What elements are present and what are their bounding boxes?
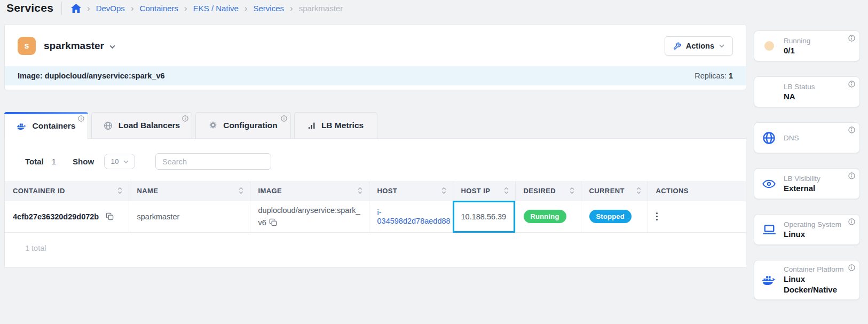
- card-label: Running: [784, 37, 810, 45]
- breadcrumb-link-eks-native[interactable]: EKS / Native: [193, 4, 239, 13]
- status-card-lb-status: LB Status NA: [754, 76, 860, 107]
- cell-host-ip: 10.188.56.39: [453, 201, 515, 232]
- info-icon[interactable]: [848, 35, 855, 42]
- info-icon[interactable]: [848, 218, 855, 225]
- replicas-label: Replicas:1: [695, 72, 733, 80]
- chevron-down-icon: [123, 160, 129, 163]
- tab-load-balancers[interactable]: Load Balancers: [91, 112, 192, 138]
- info-icon[interactable]: [848, 127, 855, 133]
- tab-label: Configuration: [223, 121, 278, 130]
- cell-name: sparkmaster: [129, 201, 250, 232]
- card-value: Linux: [784, 230, 841, 239]
- service-header-card: s sparkmaster Actions Image: duplocloud/…: [4, 24, 746, 90]
- info-icon[interactable]: [281, 115, 287, 122]
- globe-icon: [104, 121, 113, 130]
- tab-label: Containers: [33, 121, 76, 131]
- card-label: Container Platform: [784, 265, 844, 273]
- gear-icon: [209, 121, 217, 130]
- breadcrumb-link-services[interactable]: Services: [253, 4, 284, 13]
- copy-icon[interactable]: [106, 212, 114, 220]
- tab-label: Load Balancers: [119, 121, 180, 130]
- containers-table: CONTAINER ID NAME IMAGE HOST HOST IP DES…: [5, 181, 746, 233]
- wrench-icon: [673, 42, 681, 50]
- cell-host: i-034598d2d78aedd88: [369, 201, 453, 232]
- status-card-lb-visibility: LB Visibility External: [754, 168, 860, 199]
- service-avatar: s: [18, 37, 36, 55]
- eye-icon: [762, 179, 776, 188]
- card-label: LB Visibility: [784, 175, 820, 183]
- image-label: Image: duplocloud/anyservice:spark_v6: [18, 72, 165, 80]
- column-header-actions: ACTIONS: [648, 181, 746, 201]
- card-label: Operating System: [784, 220, 841, 228]
- row-actions-kebab-icon[interactable]: [656, 210, 664, 223]
- breadcrumb-separator: ›: [244, 4, 248, 13]
- sort-icon: [441, 187, 446, 194]
- breadcrumb-separator: ›: [131, 4, 134, 13]
- cell-actions: [648, 201, 746, 232]
- table-header-row: CONTAINER ID NAME IMAGE HOST HOST IP DES…: [5, 181, 746, 201]
- tab-configuration[interactable]: Configuration: [195, 112, 291, 138]
- tab-bar: Containers Load Balancers Configuration …: [4, 112, 377, 138]
- status-card-dns: DNS: [754, 122, 860, 153]
- info-icon[interactable]: [182, 115, 188, 122]
- info-icon[interactable]: [848, 172, 855, 179]
- breadcrumb-link-containers[interactable]: Containers: [140, 4, 179, 13]
- bar-chart-icon: [308, 121, 315, 130]
- card-value: NA: [784, 92, 815, 101]
- status-card-running: Running 0/1: [754, 30, 860, 61]
- column-header-desired[interactable]: DESIRED: [515, 181, 581, 201]
- card-label: LB Status: [784, 83, 815, 91]
- search-input[interactable]: [155, 153, 271, 170]
- tab-label: LB Metrics: [321, 121, 364, 130]
- status-card-operating-system: Operating System Linux: [754, 214, 860, 245]
- info-icon[interactable]: [848, 81, 855, 88]
- cell-desired: Running: [515, 201, 581, 232]
- column-header-host-ip[interactable]: HOST IP: [453, 181, 515, 201]
- column-header-image[interactable]: IMAGE: [250, 181, 369, 201]
- total-label: Total: [25, 157, 44, 166]
- breadcrumb-separator: ›: [87, 4, 90, 13]
- card-value: 0/1: [784, 46, 810, 56]
- actions-button[interactable]: Actions: [665, 36, 733, 56]
- cell-container-id: 4cfb27e36320d29d072b: [5, 201, 129, 232]
- table-footer-total: 1 total: [5, 233, 746, 252]
- docker-whale-icon: [762, 274, 776, 286]
- service-name-chevron-down-icon[interactable]: [109, 45, 115, 49]
- sort-icon: [504, 187, 509, 194]
- breadcrumb-separator: ›: [290, 4, 293, 13]
- host-link[interactable]: i-034598d2d78aedd88: [377, 208, 451, 225]
- sort-icon: [570, 187, 574, 194]
- card-label: DNS: [784, 134, 799, 142]
- table-toolbar: Total 1 Show 10: [5, 139, 746, 181]
- column-header-host[interactable]: HOST: [369, 181, 453, 201]
- laptop-icon: [762, 224, 776, 235]
- status-card-container-platform: Container Platform Linux Docker/Native: [754, 260, 860, 300]
- card-value-secondary: Docker/Native: [784, 285, 844, 295]
- info-icon[interactable]: [78, 115, 84, 122]
- info-icon[interactable]: [848, 264, 855, 271]
- breadcrumb-separator: ›: [184, 4, 187, 13]
- home-icon[interactable]: [71, 4, 81, 13]
- status-dot-icon: [764, 41, 774, 51]
- status-sidebar: Running 0/1 LB Status NA DNS: [754, 30, 860, 300]
- card-value: Linux: [784, 274, 844, 284]
- sort-icon: [358, 187, 362, 194]
- column-header-current[interactable]: CURRENT: [581, 181, 648, 201]
- tab-lb-metrics[interactable]: LB Metrics: [294, 112, 377, 138]
- show-label: Show: [73, 157, 94, 166]
- replicas-value: 1: [729, 72, 733, 80]
- table-row: 4cfb27e36320d29d072b sparkmaster duplocl…: [5, 201, 746, 232]
- copy-icon[interactable]: [269, 218, 277, 226]
- page-size-select[interactable]: 10: [104, 154, 135, 169]
- docker-whale-icon: [17, 122, 27, 130]
- actions-chevron-down-icon: [719, 44, 724, 48]
- page-title: Services: [6, 2, 53, 14]
- tab-containers[interactable]: Containers: [4, 112, 88, 139]
- column-header-name[interactable]: NAME: [129, 181, 250, 201]
- globe-icon: [762, 131, 776, 145]
- column-header-container-id[interactable]: CONTAINER ID: [5, 181, 129, 201]
- service-info-bar: Image: duplocloud/anyservice:spark_v6 Re…: [5, 66, 746, 85]
- service-name: sparkmaster: [44, 40, 104, 52]
- breadcrumb-link-devops[interactable]: DevOps: [96, 4, 125, 13]
- card-value: External: [784, 184, 820, 193]
